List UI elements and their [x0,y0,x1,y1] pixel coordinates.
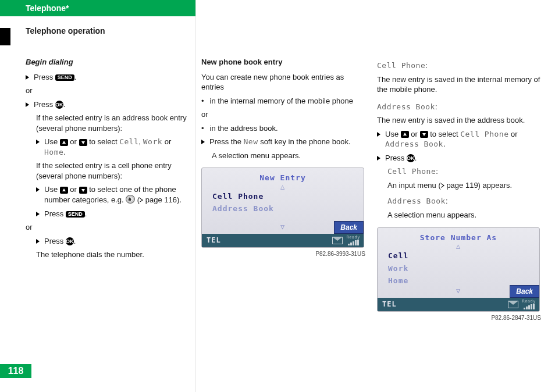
envelope-icon [332,237,343,244]
text: : [446,197,448,205]
text: page 119) appears. [444,181,512,190]
scroll-up-icon: △ [209,183,357,190]
note-address-book: If the selected entry is an address book… [26,113,190,133]
text: in the address book. [210,123,365,134]
mono-cell-phone: Cell Phone [460,130,508,138]
result-selection-menu: A selection menu appears. [201,151,365,161]
manual-page: Telephone* Telephone operation Begin dia… [0,0,555,392]
column-1: Begin dialing Press SEND. or Press OK. I… [26,57,190,322]
result-dials: The telephone dials the number. [26,250,190,260]
screen-title: Store Number As [385,233,532,243]
bullet-icon: • [201,96,204,106]
desc-cell-phone: The new entry is saved in the internal m… [377,74,541,95]
or-divider: or [26,85,190,96]
column-3: Cell Phone: The new entry is saved in th… [377,57,541,322]
mono-home: Home [44,148,63,156]
screen-footer: TEL Ready [378,298,539,311]
screen-new-entry: New Entry △ Cell Phone Address Book ▽ Ba… [201,168,364,248]
step-press-ok-1: Press OK. [26,99,190,110]
step-marker-icon [36,212,40,216]
text: or [165,137,172,146]
label-cell-phone-2: Cell Phone: [377,166,541,177]
text: or [70,185,79,194]
text: . [63,148,66,156]
footer-tel: TEL [382,300,397,309]
back-softkey[interactable]: Back [334,221,364,234]
up-arrow-badge [60,187,68,194]
step-marker-icon [377,132,380,137]
footer-tel: TEL [207,236,221,245]
mono-address-book: Address Book [377,102,435,111]
section-title: Telephone operation [26,26,105,37]
step-marker-icon [26,102,29,107]
svg-marker-1 [81,141,85,144]
screen-option-cell[interactable]: Cell [385,250,532,262]
text: : [435,102,437,111]
ok-button-badge: OK [55,101,63,109]
back-softkey[interactable]: Back [510,285,539,298]
text: page 116). [143,195,182,204]
step-marker-icon [36,140,40,144]
mono-cell: Cell [119,137,138,146]
scroll-up-icon: △ [385,243,532,250]
text: . [74,237,76,245]
figure-caption: P82.86-3993-31US [201,250,365,258]
text: or [511,130,518,138]
screen-footer: TEL Ready [202,234,364,247]
step-marker-icon [26,75,29,80]
step-select-number-category: Use or to select one of the phone number… [26,184,190,205]
label-address-book: Address Book: [377,102,541,112]
step-select-category: Use or to select Cell, Work or Home. [26,137,190,157]
screen-option-cell-phone[interactable]: Cell Phone [209,190,357,203]
screen-option-address-book[interactable]: Address Book [209,202,357,215]
send-button-badge: SEND [66,211,85,218]
text: Press [34,100,55,109]
content-columns: Begin dialing Press SEND. or Press OK. I… [26,57,545,322]
step-select-cell-or-address: Use or to select Cell Phone or Address B… [377,129,541,149]
text: Press [44,237,66,245]
mono-address-book: Address Book [385,140,443,148]
page-number: 118 [0,364,31,378]
chapter-header: Telephone* [10,0,195,16]
text: or [70,137,79,146]
mono-work: Work [143,137,162,146]
text: soft key in the phone book. [258,137,351,146]
thumb-tab [0,28,10,45]
text: . [415,154,417,162]
text: An input menu ( [387,181,441,190]
desc-selection-menu: A selection menu appears. [377,210,541,220]
svg-marker-3 [81,189,85,192]
bullet-icon: • [201,123,204,134]
screen-option-work[interactable]: Work [385,262,532,275]
step-press-new-softkey: Press the New soft key in the phone book… [201,137,365,147]
text: or [411,130,419,138]
chapter-title: Telephone* [26,3,69,14]
step-marker-icon [36,239,40,244]
page-ref-icon [441,183,444,188]
col2-intro: You can create new phone book entries as… [201,72,365,92]
ready-label: Ready [346,236,360,240]
desc-address-book: The new entry is saved in the address bo… [377,115,541,126]
down-arrow-badge [79,187,87,194]
screen-title: New Entry [209,173,357,183]
step-marker-icon [201,140,205,144]
svg-marker-5 [422,133,426,136]
note-cell-phone: If the selected entry is a cell phone en… [26,161,190,181]
text: Use [385,130,401,138]
mono-new: New [244,137,258,146]
step-press-ok-3: Press OK. [377,153,541,163]
mono-cell-phone: Cell Phone [377,61,425,70]
send-button-badge: SEND [55,74,74,81]
up-arrow-badge [60,139,68,146]
up-arrow-badge [401,131,409,138]
svg-marker-4 [403,133,407,136]
bullet-internal-memory: • in the internal memory of the mobile p… [201,96,365,106]
text: Press [44,209,66,218]
text: to select [430,130,460,138]
figure-caption: P82.86-2847-31US [377,314,541,322]
screen-store-number: Store Number As △ Cell Work Home ▽ Back … [377,227,540,312]
text: to select [89,137,119,146]
header-edge [0,0,10,16]
text: , [139,137,143,146]
label-address-book-2: Address Book: [377,196,541,206]
